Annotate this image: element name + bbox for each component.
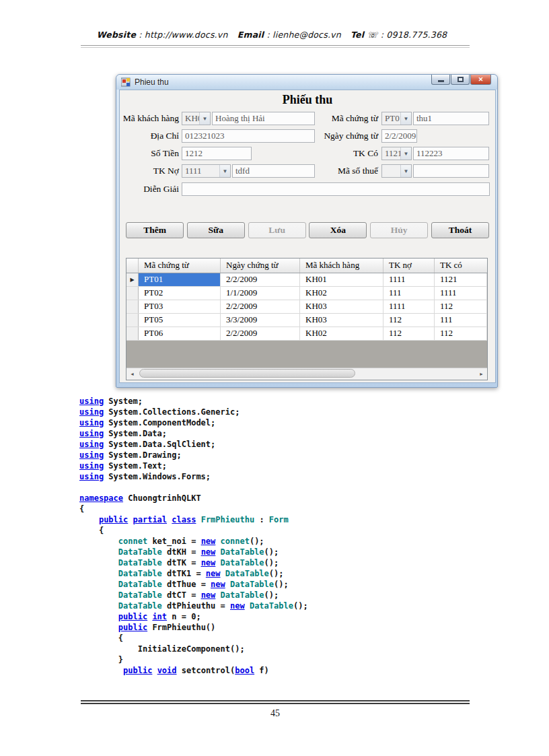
scroll-right-icon[interactable]: ► [476, 368, 487, 380]
column-header-ma-chung-tu[interactable]: Mã chứng từ [139, 259, 221, 273]
combo-ma-chung-tu[interactable]: PT01 ▼ [381, 112, 412, 125]
code-line: using System; [79, 396, 308, 407]
grid-cell[interactable]: 1/1/2009 [221, 287, 300, 300]
code-keyword: using [79, 450, 104, 460]
column-header-ngay-chung-tu[interactable]: Ngày chứng từ [221, 259, 300, 273]
close-button[interactable]: ✕ [470, 75, 491, 85]
textbox-tk-no[interactable]: tdfd [232, 164, 315, 178]
textbox-ngay-chung-tu[interactable]: 2/2/2009 [381, 129, 417, 143]
grid-cell[interactable]: PT02 [139, 287, 221, 300]
code-keyword: using [79, 440, 104, 449]
combo-ma-khach-hang-value: KH01 [182, 112, 199, 125]
grid-cell[interactable]: KH01 [300, 273, 383, 286]
row-header-cell[interactable] [126, 327, 139, 340]
combo-tk-no[interactable]: 1111 ▼ [182, 164, 231, 178]
edit-button[interactable]: Sữa [187, 222, 245, 238]
grid-cell[interactable]: 2/2/2009 [221, 273, 300, 286]
horizontal-scrollbar[interactable]: ◄ ► [126, 368, 487, 380]
app-icon [121, 77, 131, 88]
row-header-cell[interactable] [126, 314, 139, 327]
grid-cell[interactable]: 111 [435, 314, 487, 327]
grid-cell[interactable]: 2/2/2009 [221, 300, 300, 313]
grid-cell[interactable]: KH02 [300, 287, 383, 300]
textbox-ten-khach-hang[interactable]: Hoàng thị Hải [212, 112, 315, 125]
grid-cell[interactable]: 111 [383, 287, 435, 300]
chevron-down-icon[interactable]: ▼ [199, 112, 210, 125]
code-text [79, 569, 118, 578]
label-so-tien: Số Tiền [120, 147, 179, 160]
textbox-tk-co[interactable]: 112223 [413, 147, 489, 160]
textbox-ma-so-thue[interactable] [413, 164, 489, 178]
grid-cell[interactable]: 112 [383, 327, 435, 340]
scrollbar-thumb[interactable] [139, 369, 355, 378]
page-number: 45 [81, 708, 470, 719]
column-header-tk-no[interactable]: TK nợ [383, 259, 435, 273]
code-keyword: partial [133, 515, 168, 524]
window-title: Phieu thu [135, 77, 169, 87]
label-tk-no: TK Nợ [120, 164, 179, 178]
chevron-down-icon[interactable]: ▼ [400, 165, 411, 177]
scroll-left-icon[interactable]: ◄ [126, 368, 138, 380]
code-line: DataTable dtCT = new DataTable(); [79, 590, 308, 600]
combo-ma-khach-hang[interactable]: KH01 ▼ [182, 112, 211, 125]
chevron-down-icon[interactable]: ▼ [400, 147, 411, 160]
textbox-ten-chung-tu[interactable]: thu1 [413, 112, 489, 125]
phieu-thu-datagrid: Mã chứng từ Ngày chứng từ Mã khách hàng … [126, 258, 488, 380]
code-keyword: int [152, 612, 167, 621]
label-ma-khach-hang: Mã khách hàng [120, 112, 179, 125]
grid-cell[interactable]: 2/2/2009 [221, 327, 300, 340]
grid-cell[interactable]: 1111 [435, 287, 487, 300]
header-tel-value: : 0918.775.368 [378, 30, 447, 40]
add-button[interactable]: Thêm [126, 222, 184, 238]
code-text: System.ComponentModel; [104, 418, 215, 427]
grid-corner-cell [126, 259, 139, 273]
grid-cell[interactable]: 112 [435, 300, 487, 313]
grid-cell[interactable]: 112 [383, 314, 435, 327]
row-header-cell[interactable] [126, 287, 139, 300]
column-header-tk-co[interactable]: TK có [435, 259, 487, 273]
combo-ma-so-thue[interactable]: ▼ [381, 164, 412, 178]
combo-tk-co[interactable]: 1121 ▼ [381, 147, 412, 160]
grid-cell[interactable]: 112 [435, 327, 487, 340]
button-bar: ThêmSữaLưuXóaHủyThoát [126, 222, 489, 238]
grid-cell[interactable]: PT06 [139, 327, 221, 340]
code-line: using System.Collections.Generic; [79, 407, 308, 417]
grid-cell[interactable]: KH03 [300, 314, 383, 327]
minimize-button[interactable] [431, 75, 450, 85]
grid-cell[interactable]: 1121 [435, 273, 487, 286]
column-header-ma-khach-hang[interactable]: Mã khách hàng [300, 259, 383, 273]
scrollbar-track[interactable] [138, 368, 476, 380]
grid-cell[interactable]: 3/3/2009 [221, 314, 300, 327]
code-keyword: public [99, 515, 128, 524]
grid-cell[interactable]: PT01 [139, 273, 221, 286]
code-keyword: public [123, 666, 152, 675]
grid-cell[interactable]: 1111 [383, 273, 435, 286]
code-line: public partial class FrmPhieuthu : Form [79, 514, 308, 525]
code-type: DataTable [118, 580, 162, 589]
chevron-down-icon[interactable]: ▼ [400, 112, 411, 125]
grid-cell[interactable]: PT05 [139, 314, 221, 327]
grid-cell[interactable]: 1111 [383, 300, 435, 313]
code-text: dtTK = [162, 558, 201, 568]
exit-button[interactable]: Thoát [431, 222, 489, 238]
code-keyword: using [79, 407, 104, 417]
code-text [245, 601, 250, 611]
grid-cell[interactable]: KH02 [300, 327, 383, 340]
code-text [79, 590, 118, 600]
chevron-down-icon[interactable]: ▼ [219, 165, 230, 177]
row-selector-arrow-icon[interactable]: ▶ [126, 273, 139, 286]
maximize-button[interactable] [451, 75, 470, 85]
textbox-dien-giai[interactable] [182, 182, 490, 196]
delete-button[interactable]: Xóa [309, 222, 367, 238]
code-text: (); [293, 601, 308, 611]
code-text: FrmPhieuthu() [147, 623, 215, 632]
row-header-cell[interactable] [126, 300, 139, 313]
textbox-so-tien[interactable]: 1212 [182, 147, 252, 160]
window-controls: ✕ [431, 75, 491, 85]
grid-cell[interactable]: PT03 [139, 300, 221, 313]
window-titlebar[interactable]: Phieu thu ✕ [116, 75, 497, 90]
textbox-dia-chi[interactable]: 012321023 [182, 129, 315, 143]
table-row: PT062/2/2009KH02112112 [126, 327, 487, 341]
code-type: DataTable [221, 558, 264, 568]
grid-cell[interactable]: KH03 [300, 300, 383, 313]
